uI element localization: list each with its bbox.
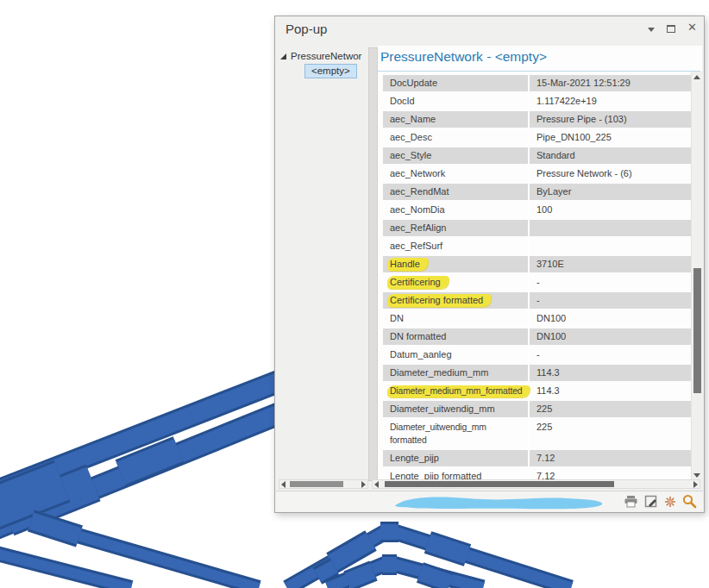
attribute-value-cell: Standard <box>530 147 691 164</box>
attribute-value-cell: Pressure Network - (6) <box>530 166 691 182</box>
table-row[interactable]: aec_NetworkPressure Network - (6) <box>383 166 691 182</box>
yellow-highlight-annotation: Certificering formatted <box>387 294 491 307</box>
vertical-scroll-thumb[interactable] <box>693 268 701 393</box>
yellow-highlight-annotation: Handle <box>387 258 428 271</box>
table-row[interactable]: DocId1.117422e+19 <box>383 93 691 109</box>
tree-horizontal-scrollbar[interactable] <box>279 479 368 489</box>
popup-feature-tree: PressureNetwor <empty> <box>280 51 368 78</box>
print-icon[interactable] <box>624 495 638 509</box>
close-icon[interactable]: ✕ <box>687 22 697 33</box>
attribute-name-cell: aec_Style <box>383 147 530 164</box>
attribute-value-cell: Pressure Pipe - (103) <box>530 111 691 128</box>
blue-marker-scribble <box>386 491 628 511</box>
tree-horizontal-scroll-thumb[interactable] <box>290 481 343 487</box>
scroll-down-icon[interactable] <box>693 473 700 478</box>
table-horizontal-scrollbar[interactable] <box>372 479 700 489</box>
table-row[interactable]: Diameter_uitwendig_mm225 <box>383 401 691 417</box>
attribute-name-cell: DocId <box>383 93 530 109</box>
tree-vertical-scrollbar[interactable] <box>368 47 378 481</box>
popup-statusbar <box>276 491 703 511</box>
table-row[interactable]: Certificering formatted- <box>383 292 691 309</box>
table-row[interactable]: DNDN100 <box>383 310 691 327</box>
attribute-name-cell: Handle <box>383 256 530 272</box>
attribute-value-cell <box>530 220 691 236</box>
attribute-value-cell: 114.3 <box>530 383 691 399</box>
attribute-value-cell: 1.117422e+19 <box>530 93 691 109</box>
table-row[interactable]: Lengte_pijp7.12 <box>383 450 691 466</box>
attribute-value-cell: DN100 <box>530 328 691 345</box>
table-row[interactable]: Diameter_medium_mm_formatted114.3 <box>383 383 691 399</box>
popup-titlebar[interactable]: Pop-up ✕ <box>275 16 704 42</box>
zoom-to-icon[interactable] <box>682 494 697 509</box>
table-row[interactable]: aec_NomDia100 <box>383 202 691 218</box>
attribute-name-cell: DocUpdate <box>383 75 530 91</box>
attribute-name-cell: Diameter_uitwendig_mm <box>383 401 530 417</box>
table-horizontal-scroll-thumb[interactable] <box>385 481 614 487</box>
table-row[interactable]: Diameter_medium_mm114.3 <box>383 365 691 381</box>
popup-window: Pop-up ✕ PressureNetwor <empty> Pressure… <box>274 16 705 513</box>
scroll-right-icon[interactable] <box>693 481 698 488</box>
attribute-name-cell: DN <box>383 310 530 327</box>
tree-node-label: PressureNetwor <box>291 51 361 61</box>
attribute-value-cell: 3710E <box>530 256 691 272</box>
attribute-value-cell: 7.12 <box>530 450 691 466</box>
table-row[interactable]: Datum_aanleg- <box>383 347 691 363</box>
attribute-value-cell: 15-Mar-2021 12:51:29 <box>530 75 691 91</box>
scroll-left-icon[interactable] <box>374 481 379 488</box>
select-features-icon[interactable] <box>644 495 658 509</box>
attribute-name-cell: aec_RendMat <box>383 184 530 200</box>
attribute-value-cell: DN100 <box>530 310 691 327</box>
attribute-value-cell: 225 <box>530 419 691 448</box>
attribute-value-cell <box>530 238 691 254</box>
attribute-name-cell: Certificering formatted <box>383 292 530 309</box>
table-row[interactable]: Certificering- <box>383 274 691 291</box>
attribute-value-cell: 100 <box>530 202 691 218</box>
attribute-table: DocUpdate15-Mar-2021 12:51:29DocId1.1174… <box>383 75 691 481</box>
attribute-value-cell: - <box>530 347 691 363</box>
attribute-name-cell: DN formatted <box>383 328 530 345</box>
table-row[interactable]: aec_RefSurf <box>383 238 691 254</box>
table-row[interactable]: aec_DescPipe_DN100_225 <box>383 129 691 146</box>
tree-node-empty-selected[interactable]: <empty> <box>304 64 357 78</box>
application-canvas: Pop-up ✕ PressureNetwor <empty> Pressure… <box>0 0 709 588</box>
flash-feature-icon[interactable] <box>664 496 676 508</box>
table-row[interactable]: Diameter_uitwendig_mm formatted225 <box>383 419 691 448</box>
attribute-name-cell: Diameter_medium_mm_formatted <box>383 383 530 399</box>
attribute-name-cell: aec_Network <box>383 166 530 182</box>
table-row[interactable]: aec_RendMatByLayer <box>383 184 691 200</box>
table-row[interactable]: Handle3710E <box>383 256 691 272</box>
header-underline <box>378 71 700 72</box>
attribute-value-cell: 114.3 <box>530 365 691 381</box>
table-vertical-scrollbar[interactable] <box>691 72 702 481</box>
attribute-value-cell: ByLayer <box>530 184 691 200</box>
tree-expander-icon[interactable] <box>280 53 286 59</box>
attribute-value-cell: Pipe_DN100_225 <box>530 129 691 146</box>
table-row[interactable]: DN formattedDN100 <box>383 328 691 345</box>
scroll-up-icon[interactable] <box>693 75 700 79</box>
attribute-value-cell: - <box>530 274 691 291</box>
attribute-name-cell: Diameter_medium_mm <box>383 365 530 381</box>
yellow-highlight-annotation: Certificering <box>387 276 449 289</box>
attribute-name-cell: Lengte_pijp <box>383 450 530 466</box>
attribute-value-cell: 225 <box>530 401 691 417</box>
attribute-name-cell: Datum_aanleg <box>383 347 530 363</box>
yellow-highlight-annotation: Diameter_medium_mm_formatted <box>387 385 530 397</box>
tree-node-pressurenetwork[interactable]: PressureNetwor <box>280 51 368 61</box>
attribute-name-cell: Certificering <box>383 274 530 291</box>
popup-title: Pop-up <box>285 22 327 36</box>
feature-header-title: PressureNetwork - <empty> <box>380 49 547 65</box>
attribute-value-cell: - <box>530 292 691 309</box>
attribute-name-cell: Diameter_uitwendig_mm formatted <box>383 419 530 448</box>
attribute-name-cell: aec_Desc <box>383 129 530 146</box>
table-row[interactable]: DocUpdate15-Mar-2021 12:51:29 <box>383 75 691 91</box>
attribute-name-cell: aec_RefSurf <box>383 238 530 254</box>
scroll-left-icon[interactable] <box>281 481 285 488</box>
table-row[interactable]: aec_NamePressure Pipe - (103) <box>383 111 691 128</box>
scroll-right-icon[interactable] <box>361 481 366 488</box>
float-window-icon[interactable] <box>667 25 675 33</box>
popup-menu-caret-icon[interactable] <box>648 28 655 32</box>
table-row[interactable]: aec_RefAlign <box>383 220 691 236</box>
attribute-name-cell: aec_Name <box>383 111 530 128</box>
table-row[interactable]: aec_StyleStandard <box>383 147 691 164</box>
popup-content-pane: PressureNetwork - <empty> DocUpdate15-Ma… <box>378 46 702 481</box>
